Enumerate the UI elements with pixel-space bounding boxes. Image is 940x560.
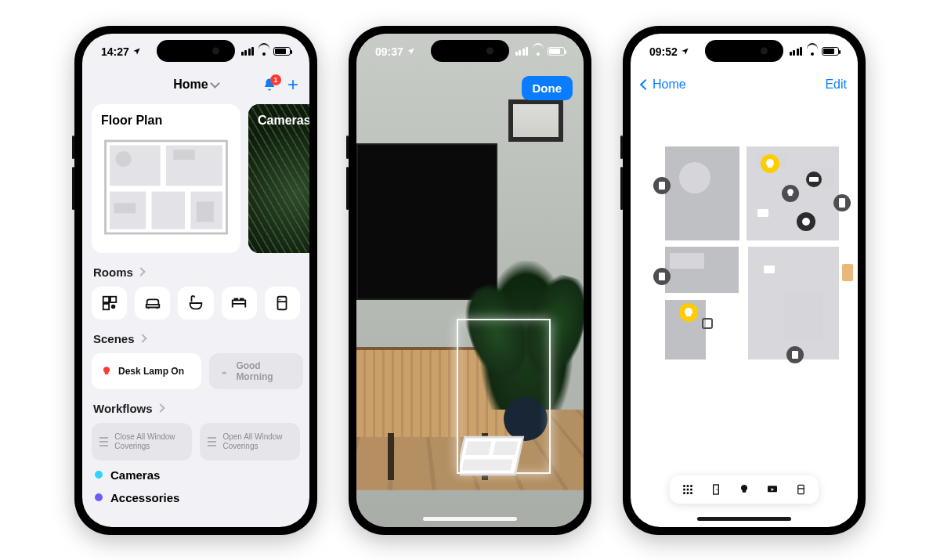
status-time: 09:52 [649,45,678,58]
svg-rect-44 [839,198,845,208]
device-marker-light[interactable] [761,154,779,173]
workflows-header[interactable]: Workflows [92,402,300,415]
location-arrow-icon [407,45,415,58]
accessories-row-label: Accessories [110,491,179,504]
scene-good-morning[interactable]: Good Morning [209,353,303,389]
svg-point-61 [687,492,689,494]
dynamic-island [705,40,783,62]
svg-point-16 [280,298,280,299]
battery-icon [273,47,291,56]
svg-rect-52 [764,266,775,273]
svg-point-62 [690,492,692,494]
svg-rect-4 [152,191,185,229]
home-indicator[interactable] [423,517,517,521]
device-marker[interactable] [842,264,853,281]
tool-light[interactable] [737,482,751,497]
picture-frame [508,99,563,142]
tool-door[interactable] [709,482,723,497]
cameras-row[interactable]: Cameras [92,461,300,490]
home-indicator[interactable] [697,517,791,521]
svg-rect-50 [842,264,853,281]
notifications-button[interactable]: 1 [262,78,277,92]
status-time: 14:27 [101,45,129,58]
svg-rect-10 [103,296,108,302]
device-marker-light[interactable] [679,303,698,322]
rooms-label: Rooms [93,266,133,279]
tool-grid[interactable] [681,482,695,497]
edit-button[interactable]: Edit [825,78,847,92]
bulb-icon [101,366,112,377]
cameras-row-label: Cameras [110,468,160,482]
svg-point-56 [690,485,692,487]
device-marker[interactable] [833,194,851,211]
scene-label: Desk Lamp On [118,366,184,377]
svg-rect-7 [173,150,195,160]
scenes-header[interactable]: Scenes [92,332,300,345]
workflow-label: Open All Window Coverings [222,432,292,450]
svg-rect-20 [493,441,518,455]
wifi-icon [258,47,269,56]
svg-rect-22 [665,146,740,240]
notification-badge: 1 [270,74,281,85]
back-label: Home [653,78,686,92]
svg-rect-19 [465,441,492,455]
workflow-close-coverings[interactable]: Close All Window Coverings [92,423,192,461]
scene-desk-lamp-on[interactable]: Desk Lamp On [92,353,201,389]
device-marker[interactable] [786,346,804,363]
back-button[interactable]: Home [642,78,686,92]
tool-screen[interactable] [765,482,779,497]
nav-bar: Home Edit [631,70,858,99]
room-tile-bedroom[interactable] [222,287,257,320]
svg-rect-21 [462,459,513,470]
workflow-label: Close All Window Coverings [114,432,184,450]
room-tile-floorplan[interactable] [92,287,127,320]
cameras-title: Cameras [258,114,309,128]
cameras-card[interactable]: Cameras [248,104,309,253]
svg-point-57 [683,488,685,490]
floor-plan-card[interactable]: Floor Plan [92,104,240,253]
phone-floor-plan: 09:52 Home Edit [623,26,866,535]
svg-point-46 [802,218,810,226]
chevron-left-icon [640,78,651,89]
chevron-down-icon [210,78,220,89]
accessories-row[interactable]: Accessories [92,490,300,512]
scenes-label: Scenes [93,332,135,345]
svg-rect-49 [792,351,798,359]
device-marker[interactable] [653,177,671,194]
dynamic-island [431,40,509,62]
chevron-right-icon [156,403,164,412]
ar-camera-view [356,34,584,527]
workflow-open-coverings[interactable]: Open All Window Coverings [200,423,300,461]
svg-rect-63 [714,485,719,494]
add-button[interactable]: + [287,75,298,94]
dynamic-island [157,40,235,62]
svg-rect-67 [797,485,804,493]
done-button[interactable]: Done [522,76,573,100]
svg-rect-12 [103,303,108,309]
device-marker[interactable] [653,268,671,285]
cellular-icon [241,47,255,56]
page-title: Home [173,78,208,92]
workflows-label: Workflows [93,402,153,415]
svg-rect-11 [110,296,116,302]
svg-rect-14 [278,296,287,309]
phone-ar-scan: 09:37 Done [349,26,591,535]
phone-home-overview: 14:27 Home 1 + [74,26,317,535]
room-tile-bathroom[interactable] [178,287,213,320]
room-tile-kitchen[interactable] [265,287,300,320]
device-marker[interactable] [806,172,822,187]
accessory-dot-icon [95,493,103,501]
wifi-icon [532,47,544,56]
device-marker[interactable] [782,185,799,202]
floor-plan-view[interactable] [646,128,858,378]
svg-rect-42 [809,177,819,182]
rooms-header[interactable]: Rooms [92,266,300,279]
home-dropdown[interactable]: Home [173,78,218,92]
tool-appliance[interactable] [794,482,808,497]
wifi-icon [806,47,818,56]
room-tile-living[interactable] [135,287,170,320]
device-marker[interactable] [797,212,815,231]
chevron-right-icon [138,334,146,342]
svg-point-59 [690,488,692,490]
blinds-icon [208,437,216,446]
